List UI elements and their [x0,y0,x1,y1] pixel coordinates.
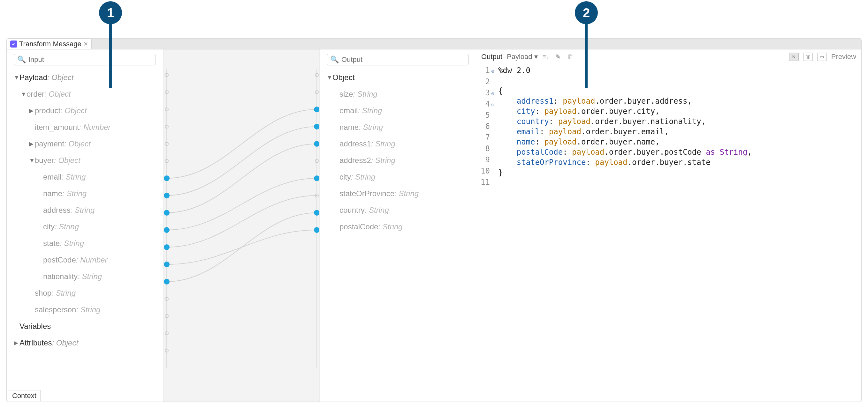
mapping-svg [163,49,319,402]
field-type: : String [359,123,383,132]
tree-row[interactable]: stateOrProvince : String [325,185,471,202]
tree-row[interactable]: email : String [325,102,471,119]
field-name: postCode [43,256,76,264]
add-target-icon[interactable]: ≡₊ [542,53,550,61]
chevron-down-icon[interactable]: ▼ [29,157,35,164]
tree-row[interactable]: ▼buyer : Object [12,152,158,169]
input-tree-pane: 🔍 ▼Payload : Object▼order : Object▶produ… [7,49,163,402]
tree-row[interactable]: city : String [325,169,471,185]
tree-row[interactable]: address2 : String [325,152,471,169]
code-line[interactable]: name: payload.order.buyer.name, [498,137,861,147]
tree-row[interactable]: address : String [12,202,158,218]
chevron-down-icon[interactable]: ▼ [14,74,20,81]
gutter-line: 9 [480,155,494,166]
svg-point-27 [164,176,169,181]
code-editor[interactable]: 1⊖2 3⊖4⊖5 6 7 8 9 10 11 %dw 2.0---{ addr… [476,64,861,402]
svg-point-30 [164,228,169,233]
chevron-right-icon[interactable]: ▶ [29,107,35,114]
code-line[interactable]: stateOrProvince: payload.order.buyer.sta… [498,157,861,167]
script-pane: Output Payload▾ ≡₊ ✎ 🗑 N ▯▯ ▭ Preview 1⊖… [476,49,861,402]
delete-icon[interactable]: 🗑 [566,53,574,61]
input-search[interactable]: 🔍 [14,54,156,65]
view-preview-button[interactable]: ▭ [817,53,827,61]
field-type: : Object [60,106,87,115]
gutter-line: 8 [480,143,494,155]
code-line[interactable]: postalCode: payload.order.buyer.postCode… [498,147,861,157]
tree-row[interactable]: postCode : Number [12,252,158,268]
output-label: Output [481,53,502,61]
tree-row[interactable]: shop : String [12,285,158,301]
transform-message-window: ✔ Transform Message ✕ 🔍 ▼Payload : Objec… [6,38,862,402]
tree-row[interactable]: postalCode : String [325,218,471,235]
tree-row[interactable]: ▶product : Object [12,102,158,119]
field-name: stateOrProvince [339,189,394,198]
field-name: size [339,90,353,99]
field-name: address2 [339,156,371,165]
svg-point-32 [164,262,169,267]
tree-row[interactable]: size : String [325,86,471,102]
tree-row[interactable]: item_amount : Number [12,119,158,136]
gutter-line: 5 [480,110,494,121]
tree-row[interactable]: ▼order : Object [12,86,158,102]
field-type: : Object [44,90,71,99]
tree-row[interactable]: address1 : String [325,136,471,152]
tree-row[interactable]: salesperson : String [12,301,158,318]
field-name: Attributes [20,338,52,347]
field-name: shop [35,289,52,298]
chevron-right-icon[interactable]: ▶ [14,339,20,346]
field-type: : String [378,222,402,231]
tab-context[interactable]: Context [8,390,40,401]
view-split-button[interactable]: ▯▯ [803,53,813,61]
field-name: item_amount [35,123,79,132]
field-type: : String [78,272,102,281]
field-name: order [27,90,44,99]
mapping-pane[interactable] [163,49,320,402]
code-line[interactable]: email: payload.order.buyer.email, [498,127,861,137]
tree-row[interactable]: email : String [12,169,158,185]
tree-row[interactable]: nationality : String [12,268,158,285]
tree-row[interactable]: state : String [12,235,158,252]
tree-row[interactable]: Variables [12,318,158,335]
code-line[interactable]: --- [498,76,861,86]
code-line[interactable]: %dw 2.0 [498,65,861,76]
chevron-down-icon[interactable]: ▼ [21,91,27,98]
payload-dropdown[interactable]: Payload▾ [507,53,538,61]
chevron-down-icon[interactable]: ▼ [327,74,333,81]
output-tree[interactable]: ▼Objectsize : Stringemail : Stringname :… [320,69,476,402]
search-icon: 🔍 [330,56,339,64]
code-line[interactable]: address1: payload.order.buyer.address, [498,96,861,106]
tree-row[interactable]: ▼Payload : Object [12,69,158,86]
callout-2: 2 [575,1,598,24]
field-type: : String [70,206,95,215]
tree-row[interactable]: country : String [325,202,471,218]
code-line[interactable]: } [498,167,861,178]
field-name: salesperson [35,305,76,314]
field-type: : String [62,189,87,198]
field-type: : Object [52,338,78,347]
preview-label[interactable]: Preview [831,53,856,61]
close-icon[interactable]: ✕ [83,40,88,47]
tab-title: Transform Message [19,40,82,48]
svg-point-39 [314,228,319,233]
output-search-field[interactable] [341,56,465,64]
tree-row[interactable]: ▶Attributes : Object [12,335,158,351]
tree-row[interactable]: name : String [12,185,158,202]
tab-transform-message[interactable]: ✔ Transform Message ✕ [7,39,92,49]
output-search[interactable]: 🔍 [327,54,469,65]
tree-row[interactable]: ▼Object [325,69,471,86]
edit-icon[interactable]: ✎ [554,53,562,61]
code-line[interactable]: { [498,86,861,96]
tree-row[interactable]: name : String [325,119,471,136]
code-line[interactable]: city: payload.order.buyer.city, [498,106,861,116]
field-type: : String [351,173,375,181]
field-name: email [339,106,358,115]
view-source-button[interactable]: N [789,53,799,61]
tree-row[interactable]: ▶payment : Object [12,136,158,152]
input-search-field[interactable] [28,56,152,64]
field-type: : String [353,90,377,99]
code-line[interactable]: country: payload.order.buyer.nationality… [498,116,861,127]
search-icon: 🔍 [17,56,26,64]
chevron-right-icon[interactable]: ▶ [29,140,35,147]
tree-row[interactable]: city : String [12,218,158,235]
input-tree[interactable]: ▼Payload : Object▼order : Object▶product… [7,69,163,389]
